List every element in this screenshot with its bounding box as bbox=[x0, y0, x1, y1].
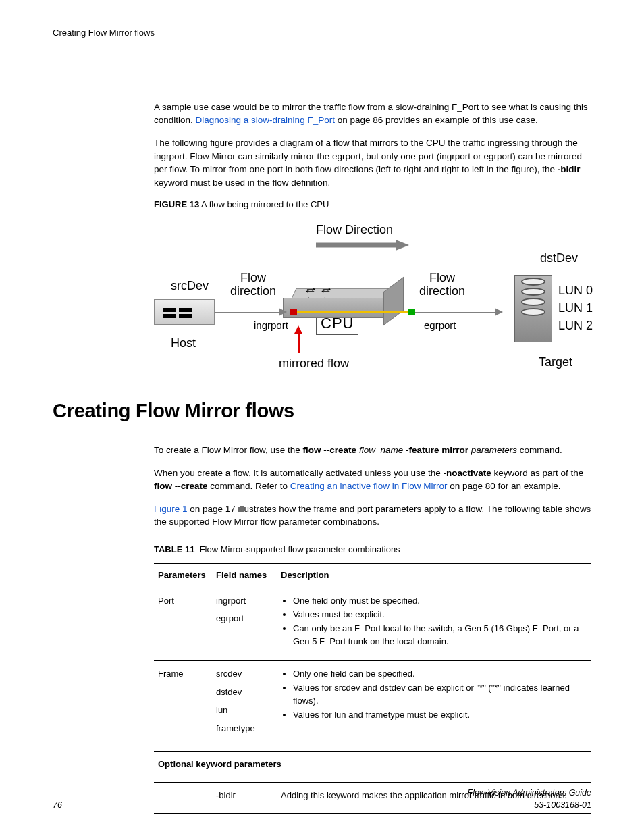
ingrport-marker bbox=[290, 309, 297, 315]
label-host: Host bbox=[171, 334, 196, 352]
page-footer: 76 Flow Vision Administrators Guide 53-1… bbox=[53, 787, 591, 811]
body-paragraph-2: When you create a flow, it is automatica… bbox=[154, 467, 591, 493]
col-field-names: Field names bbox=[212, 563, 277, 588]
page-number: 76 bbox=[53, 799, 62, 811]
target-icon bbox=[514, 275, 552, 342]
label-dstdev: dstDev bbox=[540, 249, 578, 267]
field: egrport bbox=[216, 613, 273, 625]
cell-fields: ingrport egrport bbox=[212, 588, 277, 660]
table-title: Flow Mirror-supported flow parameter com… bbox=[200, 544, 400, 554]
cell-fields: srcdev dstdev lun frametype bbox=[212, 660, 277, 751]
cell-param: Port bbox=[154, 588, 212, 660]
field: lun bbox=[216, 704, 273, 717]
desc-item: Values for lun and frametype must be exp… bbox=[293, 709, 587, 722]
field: dstdev bbox=[216, 686, 273, 699]
desc-item: Can only be an F_Port local to the switc… bbox=[293, 623, 587, 648]
table-subheader: Optional keyword parameters bbox=[154, 752, 591, 783]
link-diagnosing-slow-draining[interactable]: Diagnosing a slow-draining F_Port bbox=[196, 115, 335, 125]
connector-line bbox=[415, 312, 496, 313]
label-lun1: LUN 1 bbox=[558, 299, 593, 317]
text: keyword must be used in the flow definit… bbox=[154, 178, 330, 188]
table-subheader-row: Optional keyword parameters bbox=[154, 752, 591, 783]
desc-item: Only one field can be specified. bbox=[293, 668, 587, 681]
body-paragraph-1: To create a Flow Mirror flow, use the fl… bbox=[154, 444, 591, 457]
doc-title: Flow Vision Administrators Guide bbox=[468, 787, 591, 799]
section-heading: Creating Flow Mirror flows bbox=[53, 396, 591, 425]
text: on page 86 provides an example of this u… bbox=[335, 115, 538, 125]
host-icon bbox=[154, 299, 215, 325]
label-target: Target bbox=[539, 353, 572, 371]
running-header: Creating Flow Mirror flows bbox=[53, 27, 591, 40]
text: command. Refer to bbox=[208, 481, 290, 491]
field: frametype bbox=[216, 723, 273, 735]
param: flow_name bbox=[356, 445, 406, 455]
body-paragraph-3: Figure 1 on page 17 illustrates how the … bbox=[154, 502, 591, 529]
col-parameters: Parameters bbox=[154, 563, 212, 588]
connector-line bbox=[215, 312, 282, 313]
table-row: Frame srcdev dstdev lun frametype Only o… bbox=[154, 660, 591, 751]
cmd: flow --create bbox=[154, 481, 208, 491]
label-lun2: LUN 2 bbox=[558, 317, 593, 334]
text: When you create a flow, it is automatica… bbox=[154, 468, 443, 478]
label-mirrored-flow: mirrored flow bbox=[279, 355, 349, 372]
cell-param: Frame bbox=[154, 660, 212, 751]
doc-number: 53-1003168-01 bbox=[468, 799, 591, 811]
parameter-table: Parameters Field names Description Port … bbox=[154, 563, 591, 814]
cmd: -feature mirror bbox=[406, 445, 468, 455]
text: The following figure provides a diagram … bbox=[154, 138, 582, 174]
figure-title: A flow being mirrored to the CPU bbox=[201, 199, 329, 209]
label-flow-direction-title: Flow Direction bbox=[316, 221, 393, 238]
label-srcdev: srcDev bbox=[171, 277, 209, 294]
text: command. bbox=[517, 445, 562, 455]
doc-info: Flow Vision Administrators Guide 53-1003… bbox=[468, 787, 591, 811]
keyword-bidir: -bidir bbox=[558, 164, 581, 174]
table-row: Port ingrport egrport One field only mus… bbox=[154, 588, 591, 660]
desc-item: Values must be explicit. bbox=[293, 608, 587, 621]
arrowhead-mirror-icon bbox=[294, 325, 302, 334]
table-caption: TABLE 11 Flow Mirror-supported flow para… bbox=[154, 544, 591, 556]
switch-icon: ⇄ ⇄⇄ ⇄ bbox=[292, 283, 394, 310]
mirror-line bbox=[298, 332, 300, 353]
egrport-marker bbox=[408, 309, 415, 315]
arrowhead-icon bbox=[279, 308, 287, 316]
link-figure-1[interactable]: Figure 1 bbox=[154, 504, 188, 514]
label-flow-direction-1: Flow direction bbox=[230, 271, 276, 298]
text: on page 80 for an example. bbox=[447, 481, 560, 491]
svg-marker-1 bbox=[396, 240, 409, 251]
arrowhead-icon bbox=[495, 308, 503, 316]
desc-item: Values for srcdev and dstdev can be expl… bbox=[293, 682, 587, 708]
param: parameters bbox=[468, 445, 517, 455]
label-flow-direction-2: Flow direction bbox=[419, 271, 465, 298]
label-egrport: egrport bbox=[424, 318, 456, 333]
text: keyword as part of the bbox=[491, 468, 584, 478]
intro-paragraph-1: A sample use case would be to mirror the… bbox=[154, 101, 591, 127]
arrow-flow-direction-icon bbox=[316, 238, 410, 252]
cmd: flow --create bbox=[303, 445, 357, 455]
keyword-noactivate: -noactivate bbox=[443, 468, 491, 478]
field: srcdev bbox=[216, 668, 273, 681]
text: on page 17 illustrates how the frame and… bbox=[154, 504, 591, 527]
cell-desc: One field only must be specified. Values… bbox=[277, 588, 591, 660]
text: To create a Flow Mirror flow, use the bbox=[154, 445, 303, 455]
label-ingrport: ingrport bbox=[254, 318, 288, 333]
label-lun0: LUN 0 bbox=[558, 282, 593, 299]
col-description: Description bbox=[277, 563, 591, 588]
table-number: TABLE 11 bbox=[154, 544, 194, 554]
figure-caption: FIGURE 13 A flow being mirrored to the C… bbox=[154, 199, 591, 211]
figure-diagram: Flow Direction dstDev srcDev Flow direct… bbox=[53, 221, 593, 369]
cell-desc: Only one field can be specified. Values … bbox=[277, 660, 591, 751]
flow-line bbox=[297, 311, 408, 313]
field: ingrport bbox=[216, 595, 273, 608]
link-creating-inactive-flow[interactable]: Creating an inactive flow in Flow Mirror bbox=[290, 481, 448, 491]
desc-item: One field only must be specified. bbox=[293, 595, 587, 608]
figure-number: FIGURE 13 bbox=[154, 199, 199, 209]
intro-paragraph-2: The following figure provides a diagram … bbox=[154, 136, 591, 189]
